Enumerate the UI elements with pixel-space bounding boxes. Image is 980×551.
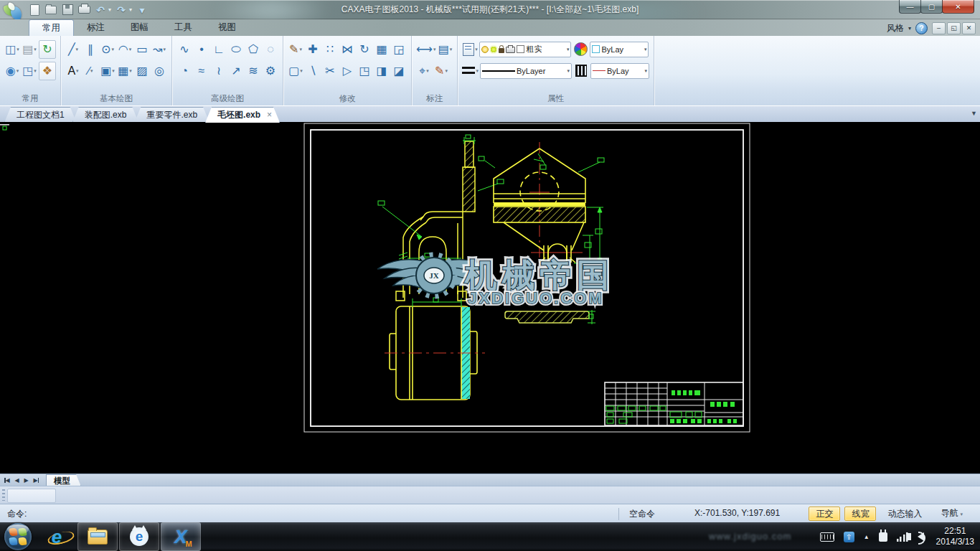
array-icon[interactable]: ▦ xyxy=(374,41,390,58)
erase-icon[interactable]: ✎▾ xyxy=(288,41,303,58)
detail-view-icon[interactable]: ◌ xyxy=(263,41,278,58)
zoom-icon[interactable]: ◉▾ xyxy=(4,62,20,80)
toggle-导航[interactable]: 导航▾ xyxy=(933,506,970,522)
document-tab-毛坯图.exb[interactable]: 毛坯图.exb× xyxy=(205,107,280,123)
document-tab-重要零件.exb[interactable]: 重要零件.exb xyxy=(134,107,209,123)
title-bar[interactable]: CAXA电子图板2013 - 机械版***试用期(还剩21天)*** - [I:… xyxy=(0,0,980,19)
polyline-icon[interactable]: ↝▾ xyxy=(151,41,167,58)
text-icon[interactable]: A▾ xyxy=(65,62,81,80)
taskbar-clock[interactable]: 22:51 2014/3/13 xyxy=(936,526,974,547)
ie-icon[interactable]: e xyxy=(37,523,76,550)
line-icon[interactable]: ╱▾ xyxy=(65,41,81,58)
extend-icon[interactable]: ✂ xyxy=(322,62,338,80)
command-input[interactable] xyxy=(7,489,56,503)
ribbon-tab-图幅[interactable]: 图幅 xyxy=(118,19,161,36)
open-file-icon[interactable] xyxy=(44,4,57,17)
ribbon-tab-常用[interactable]: 常用 xyxy=(29,19,74,36)
first-sheet-button[interactable]: ◀ xyxy=(3,476,12,485)
maximize-button[interactable]: ▢ xyxy=(920,0,943,14)
ribbon-tab-标注[interactable]: 标注 xyxy=(74,19,118,36)
dim-edit-icon[interactable]: ✎▾ xyxy=(433,62,449,80)
qat-more-icon[interactable]: ▾ xyxy=(136,4,149,17)
region-icon[interactable]: ◎ xyxy=(151,62,167,80)
contour-icon[interactable]: ≋ xyxy=(245,62,261,80)
explode-icon[interactable]: ◨ xyxy=(374,62,390,80)
toggle-正交[interactable]: 正交 xyxy=(809,507,840,521)
minimize-button[interactable]: — xyxy=(899,0,921,14)
undo-icon[interactable]: ↶ xyxy=(94,4,107,17)
lineweight-combo[interactable]: ByLay▾ xyxy=(590,63,649,79)
layer-combo[interactable]: 粗实▾ xyxy=(479,42,571,57)
point-line-icon[interactable]: ∕▾ xyxy=(83,62,98,80)
help-icon[interactable]: ? xyxy=(915,22,928,34)
toggle-动态输入[interactable]: 动态输入 xyxy=(880,507,929,521)
rectangle-icon[interactable]: ▭ xyxy=(134,41,150,58)
block-icon[interactable]: ▣▾ xyxy=(100,62,116,80)
pie-icon[interactable]: ◔ xyxy=(176,62,192,80)
overlay-icon[interactable]: ◪ xyxy=(391,62,407,80)
coordinate-dim-icon[interactable]: ⌖▾ xyxy=(416,62,432,80)
redo-icon[interactable]: ↷ xyxy=(115,4,128,17)
show-hidden-icons[interactable]: ▲ xyxy=(864,534,870,540)
copy-icon[interactable]: ◫▾ xyxy=(4,41,20,58)
dimension-icon[interactable]: ⟷▾ xyxy=(416,41,435,58)
save-icon[interactable] xyxy=(61,4,74,17)
document-tab-工程图文档1[interactable]: 工程图文档1 xyxy=(4,107,77,123)
color-wheel-icon[interactable] xyxy=(573,41,588,58)
mirror-icon[interactable]: ⋈ xyxy=(339,41,355,58)
shaft-icon[interactable]: ⚙ xyxy=(263,62,278,80)
prev-sheet-button[interactable]: ◀ xyxy=(12,476,22,485)
scale-icon[interactable]: ◲ xyxy=(391,41,407,58)
document-tab-装配图.exb[interactable]: 装配图.exb xyxy=(72,107,139,123)
drawing-canvas[interactable]: JX 机械帝国 机械帝国 JXDIGUO.COM JXDIGUO.COM xyxy=(0,122,980,474)
toolbar-grip[interactable] xyxy=(2,489,5,501)
volume-icon[interactable] xyxy=(918,532,924,541)
ellipse-icon[interactable]: ⬭ xyxy=(228,41,244,58)
last-sheet-button[interactable]: ▶ xyxy=(31,476,40,485)
trim-icon[interactable]: ∖ xyxy=(305,62,321,80)
caxa-icon[interactable]: X xyxy=(161,522,201,551)
linewidth-menu-icon[interactable]: ▾ xyxy=(462,62,479,80)
paste-icon[interactable]: ▤▾ xyxy=(22,41,37,58)
datum-icon[interactable]: ▤▾ xyxy=(437,41,453,58)
stretch-icon[interactable]: ▷ xyxy=(339,62,355,80)
new-file-icon[interactable] xyxy=(28,4,41,17)
keyboard-icon[interactable] xyxy=(820,532,834,542)
hatch-icon[interactable]: ▨ xyxy=(134,62,150,80)
child-close-button[interactable]: ✕ xyxy=(962,22,976,34)
child-minimize-button[interactable]: ‒ xyxy=(932,22,946,34)
zigzag-line-icon[interactable]: ≀ xyxy=(211,62,227,80)
browser-icon[interactable]: e xyxy=(119,522,159,551)
start-button[interactable] xyxy=(4,523,32,550)
circle-icon[interactable]: ⊙▾ xyxy=(100,41,116,58)
layer-manager-icon[interactable]: ▾ xyxy=(462,41,478,58)
parallel-icon[interactable]: ∥ xyxy=(83,41,98,58)
model-sheet-tab[interactable]: 模型 xyxy=(46,474,81,486)
style-menu[interactable]: 风格 xyxy=(887,22,904,34)
next-sheet-button[interactable]: ▶ xyxy=(22,476,31,485)
fillet-icon[interactable]: ◳ xyxy=(357,62,372,80)
toggle-线宽[interactable]: 线宽 xyxy=(844,507,876,521)
usb-icon[interactable]: ⇪ xyxy=(844,532,854,542)
ribbon-tab-工具[interactable]: 工具 xyxy=(161,19,205,36)
polygon-icon[interactable]: ⬠ xyxy=(245,41,261,58)
network-icon[interactable] xyxy=(897,532,908,542)
paste-special-icon[interactable]: ◳▾ xyxy=(22,62,37,80)
move-icon[interactable]: ✚ xyxy=(305,41,321,58)
linetype-combo[interactable]: ByLayer▾ xyxy=(480,63,572,79)
arc-icon[interactable]: ◠▾ xyxy=(117,41,133,58)
child-restore-button[interactable]: ◱ xyxy=(947,22,961,34)
style-dropdown-icon[interactable]: ▾ xyxy=(908,25,911,32)
explorer-icon[interactable] xyxy=(77,522,118,551)
power-icon[interactable] xyxy=(879,532,887,542)
refresh-icon[interactable]: ↻ xyxy=(39,40,56,59)
axis-icon[interactable]: ∟ xyxy=(211,41,227,58)
arrow-icon[interactable]: ↗ xyxy=(228,62,244,80)
rotate-icon[interactable]: ↻ xyxy=(357,41,372,58)
lineweight-icon[interactable] xyxy=(573,62,589,80)
spline-icon[interactable]: ∿ xyxy=(176,41,192,58)
print-icon[interactable] xyxy=(77,4,90,17)
crop-icon[interactable]: ▢▾ xyxy=(288,62,303,80)
tab-list-dropdown-icon[interactable]: ▼ xyxy=(971,110,977,117)
copy-entity-icon[interactable]: ∷ xyxy=(322,41,338,58)
